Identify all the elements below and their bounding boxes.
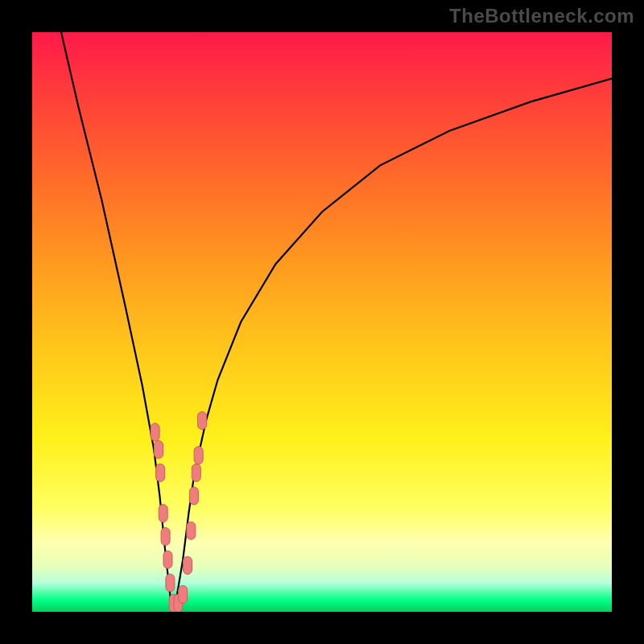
plot-area bbox=[32, 32, 612, 612]
chart-frame: TheBottleneck.com bbox=[0, 0, 644, 644]
curve-marker bbox=[179, 585, 188, 603]
curve-marker bbox=[187, 522, 196, 539]
curve-marker bbox=[151, 423, 159, 441]
bottleneck-curve bbox=[61, 32, 612, 606]
curve-marker bbox=[159, 505, 167, 522]
curve-layer bbox=[32, 32, 612, 612]
curve-marker bbox=[166, 574, 175, 592]
curve-marker bbox=[194, 447, 203, 464]
curve-marker bbox=[156, 464, 165, 481]
watermark-text: TheBottleneck.com bbox=[449, 5, 634, 27]
curve-marker bbox=[198, 411, 207, 429]
curve-marker bbox=[189, 487, 198, 505]
curve-marker bbox=[184, 556, 192, 574]
curve-marker bbox=[161, 527, 170, 545]
curve-marker bbox=[155, 440, 163, 458]
curve-marker bbox=[192, 464, 200, 481]
curve-marker bbox=[163, 551, 172, 568]
